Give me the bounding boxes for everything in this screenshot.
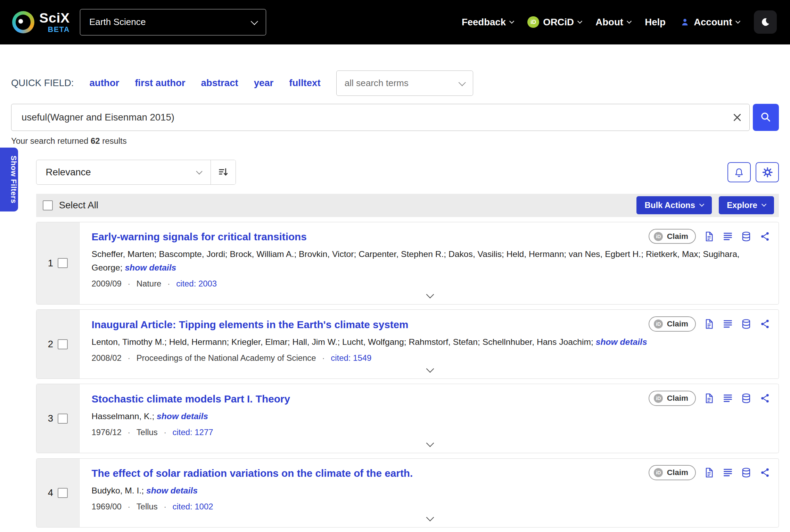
show-details-link[interactable]: show details [596, 337, 647, 347]
chevron-down-icon [196, 168, 202, 175]
result-authors: Lenton, Timothy M.; Held, Hermann; Krieg… [91, 335, 768, 349]
expand-result-button[interactable] [91, 512, 768, 525]
orcid-id-icon: iD [654, 394, 663, 403]
orcid-claim-button[interactable]: iD Claim [649, 316, 696, 332]
orcid-icon: iD [527, 16, 539, 28]
citations-link[interactable]: cited: 1002 [173, 502, 213, 512]
expand-result-button[interactable] [91, 437, 768, 451]
bulk-actions-button[interactable]: Bulk Actions [636, 196, 711, 214]
sort-direction-button[interactable] [211, 160, 236, 184]
nav-orcid[interactable]: iD ORCiD [527, 16, 581, 28]
share-icon[interactable] [759, 393, 771, 404]
abstract-lines-icon[interactable] [722, 393, 733, 404]
citations-link[interactable]: cited: 1277 [173, 427, 213, 437]
chevron-down-icon [251, 18, 258, 25]
explore-button[interactable]: Explore [719, 196, 774, 214]
orcid-claim-button[interactable]: iD Claim [649, 229, 696, 244]
share-icon[interactable] [759, 318, 771, 330]
logo-title: SciX [39, 11, 70, 25]
fulltext-document-icon[interactable] [703, 467, 715, 478]
chevron-down-icon [626, 19, 631, 24]
result-index-panel: 4 [36, 459, 79, 527]
orcid-id-icon: iD [654, 319, 663, 329]
show-details-link[interactable]: show details [125, 263, 176, 272]
nav-account[interactable]: Account [680, 17, 740, 28]
data-products-icon[interactable] [741, 318, 752, 330]
citations-link[interactable]: cited: 2003 [176, 279, 217, 289]
result-journal: Tellus [137, 502, 158, 512]
result-authors: Hasselmann, K.; show details [91, 410, 768, 423]
result-title-link[interactable]: Early-warning signals for critical trans… [91, 230, 306, 243]
expand-result-button[interactable] [91, 363, 768, 376]
chevron-down-icon [577, 19, 582, 24]
results-count: 62 [91, 136, 100, 146]
abstract-lines-icon[interactable] [722, 231, 733, 242]
abstract-lines-icon[interactable] [722, 318, 733, 330]
result-meta: 1969/00 · Tellus · cited: 1002 [91, 502, 768, 512]
fulltext-document-icon[interactable] [703, 231, 715, 242]
results-count-line: Your search returned 62 results [11, 136, 779, 146]
top-navbar: SciX BETA Earth Science Feedback iD ORCi… [0, 0, 790, 44]
chevron-down-icon [735, 19, 740, 24]
share-icon[interactable] [759, 231, 771, 242]
fulltext-document-icon[interactable] [703, 393, 715, 404]
result-journal: Proceedings of the National Academy of S… [137, 353, 316, 363]
search-button[interactable] [753, 104, 779, 131]
chevron-down-icon [426, 290, 434, 298]
result-title-link[interactable]: The effect of solar radiation variations… [91, 467, 413, 480]
quickfield-first-author[interactable]: first author [135, 77, 185, 89]
person-icon [680, 17, 690, 27]
show-details-link[interactable]: show details [146, 486, 198, 495]
result-checkbox[interactable] [58, 339, 68, 349]
gear-icon [762, 167, 773, 177]
abstract-lines-icon[interactable] [722, 467, 733, 478]
quickfield-abstract[interactable]: abstract [201, 77, 238, 89]
notifications-button[interactable] [727, 162, 751, 182]
result-actions: iD Claim [649, 229, 771, 244]
show-details-link[interactable]: show details [157, 412, 208, 421]
result-title-link[interactable]: Stochastic climate models Part I. Theory [91, 392, 290, 405]
result-title-link[interactable]: Inaugural Article: Tipping elements in t… [91, 318, 408, 331]
result-checkbox[interactable] [58, 258, 68, 268]
data-products-icon[interactable] [741, 231, 752, 242]
moon-icon [760, 17, 771, 28]
clear-search-button[interactable] [731, 111, 744, 124]
result-meta: 2008/02 · Proceedings of the National Ac… [91, 353, 768, 363]
share-icon[interactable] [759, 467, 771, 478]
result-checkbox[interactable] [58, 414, 68, 424]
settings-button[interactable] [756, 162, 779, 182]
data-products-icon[interactable] [741, 467, 752, 478]
quickfield-fulltext[interactable]: fulltext [289, 77, 320, 89]
nav-about[interactable]: About [595, 17, 631, 28]
result-number: 2 [48, 339, 53, 350]
chevron-down-icon [509, 19, 514, 24]
quickfield-year[interactable]: year [254, 77, 274, 89]
result-authors: Scheffer, Marten; Bascompte, Jordi; Broc… [91, 248, 768, 274]
search-terms-select[interactable]: all search terms [336, 70, 473, 96]
show-filters-tab[interactable]: Show Filters [0, 148, 18, 211]
result-date: 1969/00 [91, 502, 121, 512]
result-number: 3 [48, 413, 53, 424]
search-input[interactable] [11, 104, 750, 131]
result-number: 1 [48, 258, 53, 269]
scix-logo[interactable]: SciX BETA [12, 11, 70, 33]
citations-link[interactable]: cited: 1549 [331, 353, 371, 363]
discipline-select[interactable]: Earth Science [80, 9, 266, 35]
data-products-icon[interactable] [741, 393, 752, 404]
nav-help[interactable]: Help [645, 17, 666, 28]
nav-feedback[interactable]: Feedback [462, 17, 513, 28]
quickfield-author[interactable]: author [89, 77, 119, 89]
result-actions: iD Claim [649, 465, 771, 480]
dark-mode-toggle[interactable] [754, 10, 777, 34]
result-meta: 1976/12 · Tellus · cited: 1277 [91, 427, 768, 437]
orcid-claim-button[interactable]: iD Claim [649, 465, 696, 480]
select-all-checkbox[interactable] [43, 200, 53, 210]
result-journal: Nature [137, 279, 162, 289]
beta-badge: BETA [48, 26, 69, 33]
fulltext-document-icon[interactable] [703, 318, 715, 330]
orcid-claim-button[interactable]: iD Claim [649, 391, 696, 406]
chevron-down-icon [426, 514, 434, 522]
sort-select[interactable]: Relevance [36, 160, 210, 184]
expand-result-button[interactable] [91, 289, 768, 302]
result-checkbox[interactable] [58, 488, 68, 498]
